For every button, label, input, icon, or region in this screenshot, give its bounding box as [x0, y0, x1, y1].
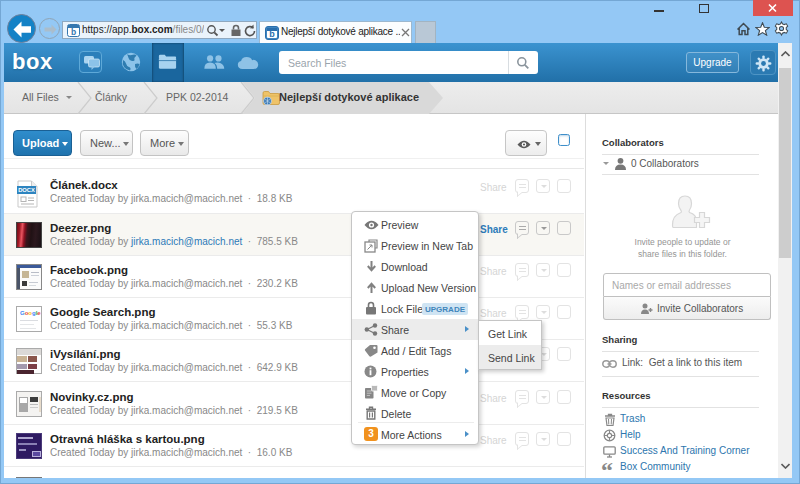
svg-text:b: b	[71, 27, 76, 37]
svg-text:b: b	[269, 29, 275, 39]
svg-text:DOCX: DOCX	[18, 187, 35, 193]
